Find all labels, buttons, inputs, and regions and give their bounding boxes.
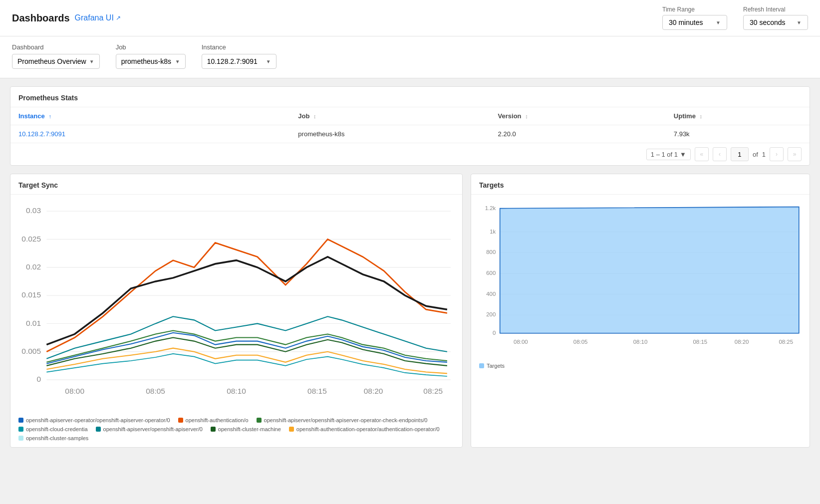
job-filter-group: Job prometheus-k8s ▼	[116, 43, 186, 69]
chevron-down-icon: ▼	[680, 151, 686, 158]
legend-color	[289, 427, 294, 432]
top-bar: Dashboards Grafana UI ↗ Time Range 30 mi…	[0, 0, 820, 36]
svg-text:08:20: 08:20	[735, 339, 749, 345]
legend-label: openshift-apiserver/openshift-apiserver-…	[264, 417, 428, 423]
top-bar-controls: Time Range 30 minutes ▼ Refresh Interval…	[662, 6, 808, 30]
first-page-button[interactable]: «	[695, 147, 709, 161]
svg-text:0.025: 0.025	[21, 235, 41, 243]
legend-item: openshift-cluster-samples	[18, 435, 88, 441]
targets-chart: 1.2k 1k 800 600 400 200 0	[479, 201, 802, 357]
time-range-dropdown[interactable]: 30 minutes ▼	[662, 15, 727, 30]
svg-text:0: 0	[36, 375, 41, 383]
sort-icon: ↕	[525, 113, 528, 119]
targets-chart-area: 1.2k 1k 800 600 400 200 0	[471, 195, 810, 361]
top-bar-left: Dashboards Grafana UI ↗	[12, 12, 121, 24]
legend-color	[479, 363, 484, 368]
total-pages: 1	[762, 151, 766, 158]
legend-item: openshift-apiserver/openshift-apiserver/…	[96, 426, 203, 432]
legend-color	[178, 418, 183, 423]
pagination-summary: 1 – 1 of 1 ▼	[646, 149, 691, 160]
chevron-down-icon: ▼	[266, 59, 271, 64]
svg-text:0.02: 0.02	[26, 262, 41, 271]
dashboard-filter-group: Dashboard Prometheus Overview ▼	[12, 43, 100, 69]
legend-item: Targets	[479, 363, 505, 369]
svg-text:0: 0	[493, 330, 496, 336]
svg-text:0.03: 0.03	[26, 206, 41, 215]
legend-item: openshift-apiserver/openshift-apiserver-…	[257, 417, 428, 423]
page-title: Dashboards	[12, 12, 70, 24]
col-job[interactable]: Job ↕	[290, 107, 490, 125]
target-sync-chart-area: 0.03 0.025 0.02 0.015 0.01 0.005 0	[10, 195, 462, 415]
svg-text:08:10: 08:10	[227, 387, 246, 395]
legend-item: openshift-apiserver-operator/openshift-a…	[18, 417, 170, 423]
svg-text:08:00: 08:00	[65, 387, 84, 395]
svg-text:08:10: 08:10	[633, 339, 648, 345]
svg-text:08:15: 08:15	[307, 387, 327, 395]
instance-filter-dropdown[interactable]: 10.128.2.7:9091 ▼	[202, 54, 276, 69]
target-sync-chart: 0.03 0.025 0.02 0.015 0.01 0.005 0	[18, 201, 454, 411]
target-sync-panel: Target Sync 0.03 0.025 0.02 0.015 0.01 0…	[10, 174, 463, 448]
svg-text:08:20: 08:20	[364, 387, 383, 395]
cell-instance: 10.128.2.7:9091	[10, 125, 290, 143]
table-row: 10.128.2.7:9091 prometheus-k8s 2.20.0 7.…	[10, 125, 810, 143]
svg-text:200: 200	[486, 311, 496, 317]
svg-text:1k: 1k	[490, 229, 496, 235]
dashboard-filter-label: Dashboard	[12, 43, 100, 51]
legend-color	[211, 427, 216, 432]
legend-color	[257, 418, 262, 423]
refresh-interval-label: Refresh Interval	[743, 6, 786, 13]
time-range-label: Time Range	[662, 6, 695, 13]
external-link-icon: ↗	[116, 14, 121, 21]
svg-text:08:00: 08:00	[514, 339, 528, 345]
refresh-interval-dropdown[interactable]: 30 seconds ▼	[743, 15, 808, 30]
svg-text:400: 400	[486, 291, 496, 297]
targets-legend: Targets	[471, 361, 810, 375]
legend-label: openshift-cluster-samples	[26, 435, 88, 441]
svg-text:1.2k: 1.2k	[485, 205, 496, 211]
targets-panel: Targets 1.2k 1k 800 600 400 200 0	[471, 174, 810, 448]
job-filter-dropdown[interactable]: prometheus-k8s ▼	[116, 54, 186, 69]
instance-filter-group: Instance 10.128.2.7:9091 ▼	[202, 43, 276, 69]
legend-item: openshift-authentication-operator/authen…	[289, 426, 440, 432]
stats-panel: Prometheus Stats Instance ↑ Job ↕ Versio…	[10, 86, 810, 166]
dashboard-filter-dropdown[interactable]: Prometheus Overview ▼	[12, 54, 100, 69]
rows-per-page-dropdown[interactable]: 1 – 1 of 1 ▼	[646, 149, 691, 160]
legend-color	[18, 436, 23, 441]
sort-asc-icon: ↑	[48, 113, 51, 119]
svg-text:0.005: 0.005	[21, 347, 41, 355]
sort-icon: ↕	[313, 113, 316, 119]
legend-label: openshift-authentication-operator/authen…	[296, 426, 440, 432]
legend-color	[18, 427, 23, 432]
page-number-input[interactable]	[731, 147, 749, 161]
legend-color	[96, 427, 101, 432]
legend-label: openshift-apiserver/openshift-apiserver/…	[103, 426, 203, 432]
svg-text:0.015: 0.015	[21, 290, 41, 299]
cell-uptime: 7.93k	[666, 125, 810, 143]
time-range-control: Time Range 30 minutes ▼	[662, 6, 727, 30]
pagination-bar: 1 – 1 of 1 ▼ « ‹ of 1 › »	[10, 143, 810, 165]
job-filter-label: Job	[116, 43, 186, 51]
target-sync-legend: openshift-apiserver-operator/openshift-a…	[10, 415, 462, 447]
col-instance[interactable]: Instance ↑	[10, 107, 290, 125]
legend-item: openshift-cloud-credentia	[18, 426, 88, 432]
svg-text:800: 800	[486, 249, 496, 255]
legend-label: Targets	[487, 363, 505, 369]
legend-item: openshift-authentication/o	[178, 417, 249, 423]
targets-panel-title: Targets	[471, 174, 810, 195]
col-version[interactable]: Version ↕	[490, 107, 666, 125]
last-page-button[interactable]: »	[788, 147, 802, 161]
col-uptime[interactable]: Uptime ↕	[666, 107, 810, 125]
chevron-down-icon: ▼	[89, 59, 94, 64]
stats-panel-title: Prometheus Stats	[10, 87, 810, 107]
next-page-button[interactable]: ›	[770, 147, 784, 161]
stats-table: Instance ↑ Job ↕ Version ↕ Uptime ↕	[10, 107, 810, 143]
sort-icon: ↕	[700, 113, 703, 119]
filter-bar: Dashboard Prometheus Overview ▼ Job prom…	[0, 36, 820, 78]
svg-text:08:25: 08:25	[423, 387, 443, 395]
svg-text:08:25: 08:25	[779, 339, 793, 345]
prev-page-button[interactable]: ‹	[713, 147, 727, 161]
cell-version: 2.20.0	[490, 125, 666, 143]
target-sync-title: Target Sync	[10, 174, 462, 195]
grafana-ui-link[interactable]: Grafana UI ↗	[75, 13, 121, 22]
svg-text:600: 600	[486, 270, 496, 276]
